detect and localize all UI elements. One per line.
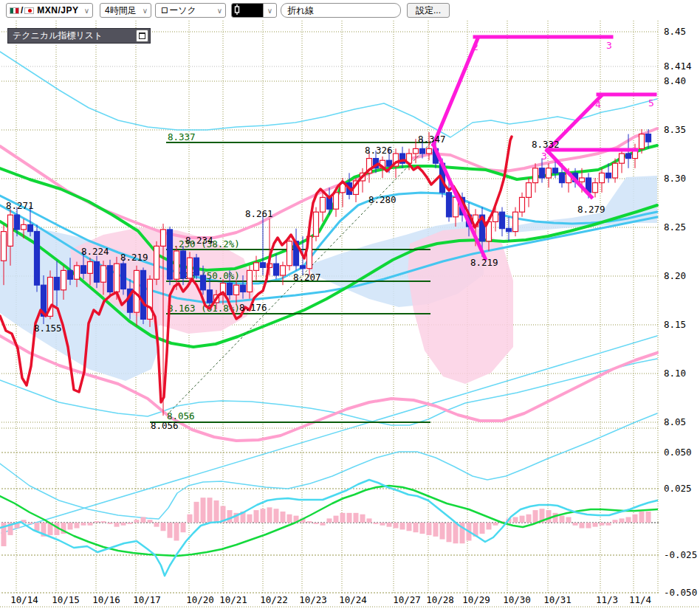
price-annotation: 8.347 bbox=[418, 134, 446, 145]
date-axis-label: 10/23 bbox=[299, 594, 327, 605]
macd-histogram-bar bbox=[533, 510, 538, 523]
date-axis-label: 10/29 bbox=[462, 594, 490, 605]
macd-histogram-bar bbox=[95, 521, 100, 523]
chart-canvas[interactable]: 8.3378.230 (38.2%)8.196 (50.0%)8.163 (61… bbox=[0, 0, 700, 609]
candle-body bbox=[560, 173, 565, 182]
date-axis-label: 10/15 bbox=[52, 594, 80, 605]
candle-body bbox=[526, 183, 532, 198]
price-annotation: 8.176 bbox=[239, 302, 267, 313]
technical-indicator-list-titlebar[interactable]: テクニカル指標リスト bbox=[7, 28, 151, 44]
restore-window-button[interactable] bbox=[136, 30, 148, 42]
macd-histogram-bar bbox=[114, 523, 120, 527]
pair-selector[interactable]: / MXN/JPY ∨ bbox=[6, 3, 93, 18]
macd-line bbox=[0, 480, 657, 576]
macd-histogram-bar bbox=[600, 523, 605, 526]
band-outer-upper bbox=[0, 52, 657, 137]
drawing-point-label: 4 bbox=[595, 99, 601, 110]
timeframe-label: 4時間足 bbox=[105, 4, 137, 17]
macd-histogram-bar bbox=[334, 516, 339, 523]
candle-body bbox=[121, 264, 126, 289]
price-axis-tick: 8.30 bbox=[664, 173, 686, 184]
candle-body bbox=[493, 212, 498, 221]
candle-body bbox=[8, 215, 13, 246]
macd-histogram-bar bbox=[340, 513, 346, 523]
date-axis-label: 10/17 bbox=[133, 594, 161, 605]
candle-body bbox=[201, 275, 206, 290]
settings-button[interactable]: 設定... bbox=[407, 3, 450, 18]
macd-histogram-bar bbox=[287, 515, 292, 523]
mexico-flag-icon bbox=[10, 7, 19, 14]
macd-histogram-bar bbox=[354, 513, 359, 523]
candle-body bbox=[626, 154, 631, 159]
candle-body bbox=[646, 134, 651, 142]
macd-histogram-bar bbox=[81, 523, 86, 526]
timeframe-selector[interactable]: 4時間足 ∨ bbox=[100, 3, 151, 18]
macd-histogram-bar bbox=[394, 523, 399, 529]
price-axis-tick: 8.15 bbox=[664, 319, 686, 330]
macd-histogram-bar bbox=[214, 500, 219, 523]
macd-histogram-bar bbox=[606, 523, 611, 526]
macd-histogram-bar bbox=[68, 523, 73, 529]
macd-histogram-bar bbox=[493, 523, 498, 526]
candle-body bbox=[261, 263, 266, 268]
drawing-point-label: 2 bbox=[473, 41, 478, 52]
settings-button-label: 設定... bbox=[416, 4, 441, 17]
candle-body bbox=[540, 168, 545, 178]
price-axis-tick: 8.25 bbox=[664, 221, 686, 233]
macd-histogram-bar bbox=[414, 523, 419, 532]
candle-body bbox=[327, 197, 332, 209]
chart-type-selector[interactable]: ローソク ∨ bbox=[155, 3, 226, 18]
pair-separator: / bbox=[21, 5, 23, 16]
macd-histogram-bar bbox=[247, 515, 253, 523]
candle-body bbox=[500, 212, 505, 228]
macd-histogram-bar bbox=[141, 517, 146, 523]
candle-style-selector[interactable]: ∨ bbox=[231, 3, 277, 18]
price-annotation: 8.261 bbox=[245, 208, 273, 219]
candle-body bbox=[194, 258, 199, 275]
date-axis-label: 11/3 bbox=[596, 594, 618, 605]
line-style-input[interactable]: 折れ線 bbox=[281, 3, 401, 18]
macd-histogram-bar bbox=[201, 498, 206, 523]
macd-histogram-bar bbox=[586, 523, 591, 529]
candle-body bbox=[75, 266, 80, 279]
candle-body bbox=[447, 193, 452, 217]
candle-body bbox=[513, 212, 518, 231]
macd-histogram-bar bbox=[566, 517, 572, 523]
macd-histogram-bar bbox=[447, 523, 452, 542]
date-axis-label: 10/24 bbox=[339, 594, 367, 605]
indicator-axis-tick: 0.025 bbox=[664, 483, 692, 494]
date-axis-label: 10/27 bbox=[393, 594, 421, 605]
candle-body bbox=[314, 212, 319, 236]
candle-body bbox=[254, 263, 259, 271]
macd-histogram-bar bbox=[108, 523, 113, 524]
price-annotation: 8.207 bbox=[293, 272, 321, 283]
macd-histogram-bar bbox=[134, 520, 140, 523]
candle-body bbox=[301, 266, 306, 269]
candle-body bbox=[546, 168, 552, 178]
macd-histogram-bar bbox=[101, 521, 106, 523]
macd-histogram-bar bbox=[320, 523, 326, 526]
candle-body bbox=[553, 168, 558, 173]
macd-histogram-bar bbox=[453, 523, 459, 543]
macd-histogram-bar bbox=[148, 520, 153, 523]
macd-histogram-bar bbox=[526, 515, 532, 523]
chevron-down-icon: ∨ bbox=[267, 7, 272, 15]
chevron-down-icon: ∨ bbox=[84, 7, 89, 15]
macd-histogram-bar bbox=[646, 512, 651, 523]
macd-histogram-bar bbox=[427, 523, 432, 535]
candle-body bbox=[114, 264, 120, 292]
macd-histogram-bar bbox=[633, 515, 638, 523]
macd-histogram-bar bbox=[520, 516, 525, 523]
macd-histogram-bar bbox=[407, 523, 412, 531]
candle-body bbox=[95, 262, 100, 283]
macd-histogram-bar bbox=[168, 523, 173, 538]
candle-body bbox=[174, 251, 179, 279]
macd-histogram-bar bbox=[88, 523, 93, 526]
band-outer-lower-1 bbox=[0, 413, 657, 519]
candle-body bbox=[620, 154, 625, 163]
macd-histogram-bar bbox=[128, 523, 133, 524]
date-axis-label: 10/20 bbox=[186, 594, 214, 605]
indicator-axis-tick: 0.050 bbox=[664, 447, 692, 458]
macd-histogram-bar bbox=[347, 513, 352, 523]
macd-histogram-bar bbox=[161, 523, 166, 531]
